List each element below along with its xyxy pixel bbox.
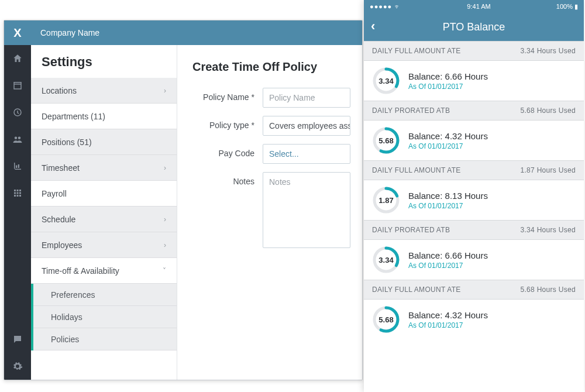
progress-ring: 3.34 bbox=[372, 246, 400, 274]
pto-text: Balance: 4.32 Hours As Of 01/01/2017 bbox=[408, 310, 488, 329]
pto-list[interactable]: DAILY FULL AMOUNT ATE 3.34 Hours Used 3.… bbox=[364, 41, 584, 392]
settings-heading: Settings bbox=[31, 45, 177, 78]
row-notes: Notes Notes bbox=[192, 172, 350, 248]
pto-balance: Balance: 6.66 Hours bbox=[408, 250, 488, 260]
pto-header-left: DAILY FULL AMOUNT ATE bbox=[372, 166, 461, 174]
svg-point-1 bbox=[15, 137, 18, 140]
svg-rect-5 bbox=[19, 190, 21, 191]
pto-section-header: DAILY PRORATED ATB 3.34 Hours Used bbox=[364, 220, 584, 240]
pto-asof: As Of 01/01/2017 bbox=[408, 321, 488, 329]
chevron-down-icon: ˅ bbox=[163, 267, 166, 275]
row-policy-type: Policy type * Covers employees ass bbox=[192, 116, 350, 136]
chevron-right-icon: › bbox=[164, 241, 166, 249]
nav-timesheet[interactable]: Timesheet› bbox=[31, 155, 177, 181]
chevron-right-icon: › bbox=[164, 87, 166, 95]
svg-rect-3 bbox=[14, 190, 16, 191]
subnav-preferences[interactable]: Preferences bbox=[33, 284, 177, 306]
back-button[interactable]: ‹ bbox=[371, 19, 375, 34]
pto-header-right: 5.68 Hours Used bbox=[520, 286, 576, 294]
grid-icon[interactable] bbox=[4, 180, 31, 207]
calendar-icon[interactable] bbox=[4, 72, 31, 99]
desktop-app: X Company Name Settings Locations› Depar… bbox=[4, 20, 363, 380]
select-policy-type[interactable]: Covers employees ass bbox=[263, 116, 350, 136]
pto-text: Balance: 4.32 Hours As Of 01/01/2017 bbox=[408, 131, 488, 150]
pto-item[interactable]: 5.68 Balance: 4.32 Hours As Of 01/01/201… bbox=[364, 300, 584, 339]
pto-section-header: DAILY PRORATED ATB 5.68 Hours Used bbox=[364, 101, 584, 121]
pto-item[interactable]: 1.87 Balance: 8.13 Hours As Of 01/01/201… bbox=[364, 180, 584, 220]
chart-icon[interactable] bbox=[4, 153, 31, 180]
form-column: Create Time Off Policy Policy Name * Pol… bbox=[177, 45, 362, 380]
iconbar: X bbox=[4, 20, 31, 380]
pto-balance: Balance: 6.66 Hours bbox=[408, 71, 488, 81]
pto-header-left: DAILY PRORATED ATB bbox=[372, 226, 450, 234]
pto-asof: As Of 01/01/2017 bbox=[408, 262, 488, 270]
pto-header-right: 1.87 Hours Used bbox=[520, 166, 576, 174]
chevron-right-icon: › bbox=[164, 164, 166, 172]
pto-section-header: DAILY FULL AMOUNT ATE 5.68 Hours Used bbox=[364, 280, 584, 300]
pto-text: Balance: 8.13 Hours As Of 01/01/2017 bbox=[408, 191, 488, 210]
pto-balance: Balance: 4.32 Hours bbox=[408, 310, 488, 320]
subnav-policies[interactable]: Policies bbox=[33, 328, 177, 350]
pto-section-header: DAILY FULL AMOUNT ATE 1.87 Hours Used bbox=[364, 160, 584, 180]
svg-rect-7 bbox=[17, 192, 19, 194]
pto-balance: Balance: 8.13 Hours bbox=[408, 191, 488, 201]
subnav-holidays[interactable]: Holidays bbox=[33, 306, 177, 328]
phone-screen: ●●●●● ᯤ 9:41 AM 100% ▮ ‹ PTO Balance DAI… bbox=[364, 0, 584, 392]
home-icon[interactable] bbox=[4, 45, 31, 72]
chevron-right-icon: › bbox=[164, 215, 166, 223]
settings-column: Settings Locations› Departments (11) Pos… bbox=[31, 45, 177, 380]
pto-section-header: DAILY FULL AMOUNT ATE 3.34 Hours Used bbox=[364, 41, 584, 61]
svg-rect-8 bbox=[19, 192, 21, 194]
phone-titlebar: ‹ PTO Balance bbox=[364, 13, 584, 41]
progress-ring: 5.68 bbox=[372, 305, 400, 333]
gear-icon[interactable] bbox=[4, 353, 31, 380]
signal-icon: ●●●●● ᯤ bbox=[370, 3, 401, 10]
phone-title: PTO Balance bbox=[443, 21, 505, 33]
status-bar: ●●●●● ᯤ 9:41 AM 100% ▮ bbox=[364, 0, 584, 13]
textarea-notes[interactable]: Notes bbox=[263, 172, 350, 248]
pto-item[interactable]: 3.34 Balance: 6.66 Hours As Of 01/01/201… bbox=[364, 240, 584, 280]
nav-schedule[interactable]: Schedule› bbox=[31, 207, 177, 232]
right-pane: Company Name Settings Locations› Departm… bbox=[31, 20, 362, 380]
people-icon[interactable] bbox=[4, 126, 31, 153]
label-policy-name: Policy Name * bbox=[192, 88, 254, 102]
pto-header-right: 3.34 Hours Used bbox=[520, 226, 576, 234]
app-logo[interactable]: X bbox=[4, 20, 31, 45]
select-pay-code[interactable]: Select... bbox=[263, 144, 350, 164]
subnav-timeoff: Preferences Holidays Policies bbox=[31, 284, 177, 350]
label-policy-type: Policy type * bbox=[192, 116, 254, 130]
pto-header-left: DAILY FULL AMOUNT ATE bbox=[372, 47, 461, 55]
chat-icon[interactable] bbox=[4, 326, 31, 353]
input-policy-name[interactable]: Policy Name bbox=[263, 88, 350, 108]
progress-ring: 5.68 bbox=[372, 126, 400, 154]
status-time: 9:41 AM bbox=[467, 3, 490, 10]
pto-item[interactable]: 3.34 Balance: 6.66 Hours As Of 01/01/201… bbox=[364, 61, 584, 101]
pto-item[interactable]: 5.68 Balance: 4.32 Hours As Of 01/01/201… bbox=[364, 121, 584, 160]
nav-departments[interactable]: Departments (11) bbox=[31, 104, 177, 129]
clock-icon[interactable] bbox=[4, 99, 31, 126]
svg-rect-4 bbox=[17, 190, 19, 191]
svg-rect-10 bbox=[17, 195, 19, 197]
status-battery: 100% ▮ bbox=[556, 3, 578, 11]
svg-point-2 bbox=[18, 137, 21, 140]
pto-header-left: DAILY PRORATED ATB bbox=[372, 106, 450, 115]
nav-timeoff[interactable]: Time-off & Availability˅ bbox=[31, 258, 177, 284]
pto-text: Balance: 6.66 Hours As Of 01/01/2017 bbox=[408, 71, 488, 91]
row-pay-code: Pay Code Select... bbox=[192, 144, 350, 164]
app-header: Company Name bbox=[31, 20, 362, 45]
pto-header-right: 3.34 Hours Used bbox=[520, 47, 576, 55]
pto-balance: Balance: 4.32 Hours bbox=[408, 131, 488, 141]
row-policy-name: Policy Name * Policy Name bbox=[192, 88, 350, 108]
content-area: Settings Locations› Departments (11) Pos… bbox=[31, 45, 362, 380]
pto-asof: As Of 01/01/2017 bbox=[408, 82, 488, 91]
nav-payroll[interactable]: Payroll bbox=[31, 181, 177, 207]
nav-locations[interactable]: Locations› bbox=[31, 78, 177, 104]
progress-ring: 3.34 bbox=[372, 67, 400, 95]
nav-positions[interactable]: Positions (51) bbox=[31, 129, 177, 155]
svg-rect-6 bbox=[14, 192, 16, 194]
pto-header-right: 5.68 Hours Used bbox=[520, 106, 576, 115]
pto-header-left: DAILY FULL AMOUNT ATE bbox=[372, 286, 461, 294]
company-name: Company Name bbox=[40, 28, 99, 37]
progress-ring: 1.87 bbox=[372, 186, 400, 214]
nav-employees[interactable]: Employees› bbox=[31, 232, 177, 258]
